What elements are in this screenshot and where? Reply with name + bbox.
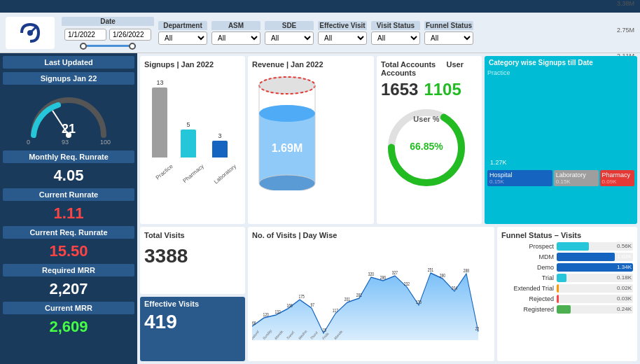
practice-label: Practice bbox=[485, 68, 637, 78]
accounts-title: Total Accounts User Accounts bbox=[381, 60, 478, 77]
sde-filter[interactable]: SDE All bbox=[265, 21, 314, 45]
total-visits-title: Total Visits bbox=[144, 231, 241, 239]
donut-chart: User % 66.85% bbox=[381, 102, 472, 193]
top-panels: Signups | Jan 2022 13 Practice 5 Pharmac… bbox=[140, 56, 637, 224]
svg-rect-0 bbox=[27, 30, 33, 36]
svg-text:286: 286 bbox=[380, 275, 387, 280]
bar-rect-pharmacy bbox=[181, 130, 196, 158]
gauge-svg: 21 bbox=[23, 90, 114, 139]
svg-text:1.69M: 1.69M bbox=[272, 142, 302, 154]
hospital-block: Hospital 0.15K bbox=[487, 170, 552, 186]
funnel-row-trial: Trial 0.18K bbox=[501, 274, 633, 282]
total-account-num: 1653 bbox=[381, 80, 418, 99]
date-filter-section[interactable]: Date bbox=[62, 17, 154, 48]
eff-visit-filter[interactable]: Effective Visit All bbox=[318, 21, 367, 45]
funnel-row-extended-trial: Extended Trial 0.02K bbox=[501, 284, 633, 293]
category-title: Category wise Signups till Date bbox=[485, 56, 637, 68]
effective-visits-title: Effective Visits bbox=[144, 300, 241, 308]
user-pct-value: 66.85% bbox=[410, 141, 443, 152]
date-range[interactable] bbox=[62, 26, 154, 41]
funnel-status-select[interactable]: All bbox=[424, 31, 473, 45]
user-account-block: 1105 bbox=[424, 80, 461, 99]
practice-val: 1.27K bbox=[490, 159, 507, 166]
svg-text:327: 327 bbox=[392, 270, 398, 275]
svg-text:166: 166 bbox=[287, 303, 293, 308]
user-account-num: 1105 bbox=[424, 80, 461, 99]
asm-filter[interactable]: ASM All bbox=[211, 21, 260, 45]
current-mrr-label: Current MRR bbox=[3, 302, 134, 314]
practice-block: 1.27K bbox=[487, 78, 634, 169]
dept-select[interactable]: All bbox=[158, 31, 207, 45]
sde-select[interactable]: All bbox=[265, 31, 314, 45]
signups-panel: Signups | Jan 2022 13 Practice 5 Pharmac… bbox=[140, 56, 245, 224]
current-mrr-value: 2,609 bbox=[3, 316, 134, 337]
required-mrr-value: 2,207 bbox=[3, 279, 134, 300]
filter-bar: Date Department All ASM All SDE All bbox=[0, 13, 640, 53]
asm-select[interactable]: All bbox=[211, 31, 260, 45]
date-slider[interactable] bbox=[80, 43, 136, 48]
svg-text:251: 251 bbox=[428, 267, 434, 272]
gauge-min: 0 bbox=[27, 139, 30, 146]
svg-text:320: 320 bbox=[368, 272, 375, 276]
accounts-panel: Total Accounts User Accounts 1653 1105 bbox=[377, 56, 482, 224]
main-content: Last Updated Signups Jan 22 21 0 93 100 … bbox=[0, 53, 640, 364]
lab-block: Laboratory 0.15K bbox=[554, 170, 599, 186]
funnel-panel: Funnel Status – Visits Prospect 0.56K MD… bbox=[497, 227, 637, 361]
svg-point-10 bbox=[259, 175, 315, 190]
svg-text:66: 66 bbox=[252, 321, 256, 326]
svg-text:21: 21 bbox=[62, 122, 76, 136]
date-from-input[interactable] bbox=[64, 29, 106, 41]
current-runrate-value: 1.11 bbox=[3, 203, 134, 224]
right-content: Signups | Jan 2022 13 Practice 5 Pharmac… bbox=[137, 53, 640, 364]
funnel-status-filter[interactable]: Funnel Status All bbox=[424, 21, 473, 45]
pharmacy-block: Pharmacy 0.09K bbox=[600, 170, 634, 186]
current-req-value: 15.50 bbox=[3, 241, 134, 262]
required-mrr-label: Required MRR bbox=[3, 264, 134, 276]
svg-text:204: 204 bbox=[452, 286, 458, 290]
eff-visit-label: Effective Visit bbox=[318, 21, 367, 30]
logo bbox=[6, 17, 55, 49]
bar-rect-practice bbox=[152, 88, 167, 158]
dept-label: Department bbox=[158, 21, 207, 30]
gauge-labels: 0 93 100 bbox=[27, 139, 111, 146]
user-pct-title: User % bbox=[413, 115, 439, 123]
effective-visits-value: 419 bbox=[144, 308, 241, 336]
visit-status-filter[interactable]: Visit Status All bbox=[371, 21, 420, 45]
svg-point-11 bbox=[259, 105, 315, 122]
svg-text:117: 117 bbox=[333, 308, 339, 313]
total-visits-panel: Total Visits 3388 bbox=[140, 227, 245, 294]
total-account-block: 1653 bbox=[381, 80, 418, 99]
funnel-row-registered: Registered 0.24K bbox=[501, 305, 633, 314]
current-runrate-label: Current Runrate bbox=[3, 188, 134, 201]
category-panel: Category wise Signups till Date Practice… bbox=[485, 56, 637, 224]
funnel-row-prospect: Prospect 0.56K bbox=[501, 242, 633, 251]
signups-label: Signups Jan 22 bbox=[3, 72, 134, 85]
funnel-row-rejected: Rejected 0.03K bbox=[501, 295, 633, 303]
bar-practice: 13 Practice bbox=[150, 79, 170, 169]
bar-rect-laboratory bbox=[212, 141, 228, 158]
total-visits-value: 3388 bbox=[144, 242, 241, 270]
svg-text:232: 232 bbox=[404, 281, 410, 286]
funnel-row-demo: Demo 1.34K bbox=[501, 263, 633, 272]
gauge-max: 100 bbox=[100, 139, 111, 146]
account-numbers: 1653 1105 bbox=[381, 80, 478, 99]
bottom-panels: Total Visits 3388 Effective Visits 419 N… bbox=[140, 227, 637, 361]
eff-visit-select[interactable]: All bbox=[318, 31, 367, 45]
visit-status-select[interactable]: All bbox=[371, 31, 420, 45]
svg-text:280: 280 bbox=[440, 273, 446, 278]
svg-text:132: 132 bbox=[275, 309, 281, 314]
dept-filter[interactable]: Department All bbox=[158, 21, 207, 45]
cylinder-svg: 1.69M bbox=[252, 71, 322, 190]
date-to-input[interactable] bbox=[109, 29, 151, 41]
signups-bar-chart: 13 Practice 5 Pharmacy 3 Laboratory bbox=[144, 71, 241, 169]
svg-text:120: 120 bbox=[263, 312, 270, 317]
asm-label: ASM bbox=[211, 21, 260, 30]
category-bottom-row: Hospital 0.15K Laboratory 0.15K Pharmacy… bbox=[487, 170, 634, 186]
effective-visits-panel: Effective Visits 419 bbox=[140, 297, 245, 361]
day-wise-svg: 66 120 132 166 175 97 15 117 201 281 320… bbox=[252, 242, 490, 340]
funnel-rows: Prospect 0.56K MDM 1.02K bbox=[501, 242, 633, 314]
sde-label: SDE bbox=[265, 21, 314, 30]
date-label: Date bbox=[62, 17, 154, 26]
last-updated-label: Last Updated bbox=[3, 56, 134, 69]
signups-title: Signups | Jan 2022 bbox=[144, 60, 241, 69]
